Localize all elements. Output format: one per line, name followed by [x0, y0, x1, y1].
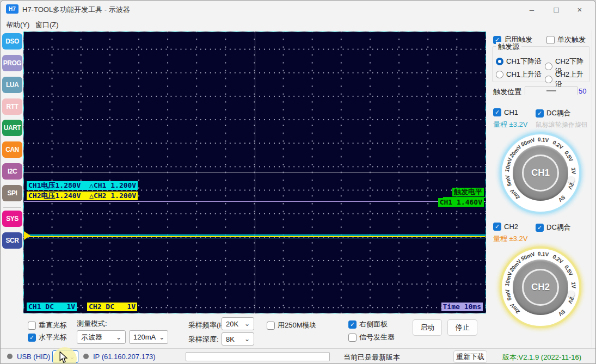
status-bar: USB (HID) ⌄ IP (61.160.207.173) 当前已是最新版本…	[1, 348, 595, 364]
checkbox-checked-icon: ✓	[28, 334, 36, 342]
ip-status-icon	[83, 354, 89, 359]
ch1-knob-body[interactable]: CH1	[513, 145, 568, 201]
sidebar-item-uart[interactable]: UART	[2, 120, 22, 136]
sidebar-item-lua[interactable]: LUA	[2, 77, 22, 93]
radio-ch1-falling[interactable]: CH1下降沿	[496, 57, 542, 66]
sidebar-item-i2c[interactable]: I2C	[2, 163, 22, 180]
checkbox-checked-icon: ✓	[348, 320, 357, 329]
slider-handle[interactable]	[546, 90, 556, 91]
ch2-knob-face: CH2	[522, 269, 559, 306]
single-trigger-checkbox[interactable]: 单次触发	[546, 35, 586, 45]
measure-mode-select[interactable]: 示波器 ⌄	[77, 330, 126, 344]
ch2-knob-body[interactable]: CH2	[513, 260, 568, 315]
sample-rate-select[interactable]: 20K ⌄	[222, 317, 254, 330]
update-status-text: 当前已是最新版本	[343, 353, 400, 362]
ground-marker-arrow[interactable]	[24, 231, 30, 240]
chevron-down-icon: ⌄	[244, 320, 250, 328]
trigger-position-value: 50	[579, 87, 586, 95]
radio-icon	[545, 76, 552, 83]
trigger-position-slider[interactable]	[525, 87, 577, 95]
ch2-enable-checkbox[interactable]: ✓ CH2	[493, 223, 518, 231]
knob-scale-label: 0.1V	[538, 137, 549, 144]
trigger-level-value: CH1 1.460V	[438, 198, 484, 207]
trigger-source-title: 触发源	[496, 42, 521, 52]
current-range-select[interactable]: 120mA ⌄	[129, 330, 168, 344]
radio-selected-icon	[496, 58, 503, 65]
start-button[interactable]: 启动	[413, 319, 442, 336]
chevron-down-icon: ⌄	[116, 334, 121, 341]
ch2-trace	[24, 236, 486, 237]
menu-bar: 帮助(Y) 窗口(Z)	[1, 17, 595, 31]
maximize-button[interactable]: □	[547, 3, 566, 16]
minimize-button[interactable]: –	[523, 3, 541, 16]
checkbox-checked-icon: ✓	[536, 224, 544, 232]
stop-button[interactable]: 停止	[447, 319, 477, 336]
ch1-gain-knob[interactable]: CH1 2mV5mV10mV20mV50mV0.1V0.2V0.5V1V2V5V	[500, 132, 581, 214]
ch2-status-badge: CH2 DC 1V	[87, 303, 137, 311]
timebase-badge: Time 10ms	[441, 303, 483, 311]
radio-icon	[496, 71, 503, 78]
chevron-down-icon: ⌄	[159, 334, 164, 341]
title-bar: H7 H7-TOOL多功能开发工具 - 示波器 – □ ×	[1, 1, 595, 17]
version-text: 版本:V2.1.9 (2022-11-16)	[502, 353, 581, 362]
knob-scale-label: 1V	[570, 167, 577, 174]
radio-ch1-rising[interactable]: CH1上升沿	[496, 70, 542, 79]
knob-hint-label: 鼠标滚轮操作旋钮	[536, 120, 588, 129]
redownload-button[interactable]: 重新下载	[453, 350, 487, 363]
menu-help[interactable]: 帮助(Y)	[6, 20, 29, 30]
sample-rate-value: 20K	[226, 320, 238, 328]
sidebar-item-rtt[interactable]: RTT	[2, 98, 22, 115]
horizontal-cursor-checkbox[interactable]: ✓ 水平光标	[28, 332, 67, 342]
sample-depth-value: 8K	[226, 335, 235, 343]
ch1-dc-coupling-checkbox[interactable]: ✓ DC耦合	[536, 108, 571, 118]
checkbox-checked-icon: ✓	[493, 223, 501, 231]
signal-generator-checkbox[interactable]: 信号发生器	[348, 332, 395, 342]
signal-generator-label: 信号发生器	[359, 332, 395, 342]
oscilloscope-display[interactable]: CH1电压1.280V △CH1 1.200V CH2电压1.240V △CH2…	[23, 32, 486, 313]
ch2-gain-knob[interactable]: CH2 2mV5mV10mV20mV50mV0.1V0.2V0.5V1V2V5V	[500, 246, 581, 328]
close-button[interactable]: ×	[570, 3, 589, 16]
sample-depth-select[interactable]: 8K ⌄	[222, 332, 254, 346]
ch1-label: CH1	[504, 108, 518, 116]
usb-status-label: USB (HID)	[17, 353, 50, 361]
usb-status-icon	[7, 354, 13, 359]
ch2-dc-coupling-checkbox[interactable]: ✓ DC耦合	[536, 223, 571, 232]
checkbox-unchecked-icon	[28, 322, 36, 330]
sidebar-item-dso[interactable]: DSO	[2, 33, 22, 50]
ch2-coupling-label: DC耦合	[546, 223, 571, 232]
sidebar-separator	[3, 207, 21, 208]
ch1-trace	[24, 235, 486, 236]
update-progress-bar	[186, 352, 330, 361]
ip-status-label: IP (61.160.207.173)	[93, 353, 156, 361]
sidebar-item-prog[interactable]: PROG	[2, 55, 22, 71]
app-window: H7 H7-TOOL多功能开发工具 - 示波器 – □ × 帮助(Y) 窗口(Z…	[0, 0, 596, 364]
checkbox-checked-icon: ✓	[493, 108, 501, 116]
ch1-status-badge: CH1 DC 1V	[27, 303, 77, 311]
module-250m-label: 用250M模块	[278, 320, 317, 330]
measure-mode-value: 示波器	[81, 332, 102, 342]
ch1-range-label: 量程 ±3.2V	[493, 120, 528, 129]
radio-label: CH1上升沿	[506, 70, 542, 79]
ch1-enable-checkbox[interactable]: ✓ CH1	[493, 108, 518, 116]
menu-window[interactable]: 窗口(Z)	[35, 20, 59, 30]
ch1-knob-face: CH1	[522, 155, 559, 192]
sidebar-item-sys[interactable]: SYS	[2, 211, 22, 227]
sidebar-item-scr[interactable]: SCR	[2, 232, 22, 249]
sidebar-item-spi[interactable]: SPI	[2, 185, 22, 201]
ch1-coupling-label: DC耦合	[546, 108, 571, 118]
horizontal-cursor-line[interactable]	[24, 201, 486, 202]
checkbox-unchecked-icon	[546, 36, 555, 44]
right-panel-checkbox[interactable]: ✓ 右侧面板	[348, 319, 388, 329]
sidebar-item-can[interactable]: CAN	[2, 141, 22, 158]
module-250m-checkbox[interactable]: 用250M模块	[267, 320, 317, 330]
trigger-source-group: 触发源 CH1下降沿 CH2下降沿 CH1上升沿 CH2上升沿	[492, 46, 590, 82]
vertical-cursor-checkbox[interactable]: 垂直光标	[28, 320, 67, 330]
right-panel-label: 右侧面板	[359, 319, 388, 329]
mouse-cursor-icon	[59, 351, 68, 364]
checkbox-unchecked-icon	[267, 322, 275, 330]
chevron-down-icon: ⌄	[244, 335, 250, 343]
ch2-voltage-readout: CH2电压1.240V △CH2 1.200V	[27, 192, 138, 200]
radio-icon	[545, 63, 552, 70]
measure-mode-label: 测量模式:	[77, 319, 107, 329]
ch2-range-label: 量程 ±3.2V	[493, 234, 528, 244]
